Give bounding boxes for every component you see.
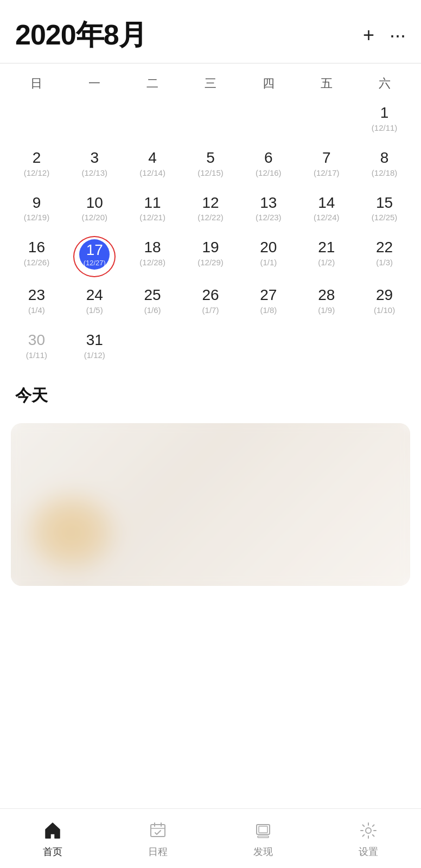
day-number: 24 [86,287,103,304]
day-number: 1 [380,105,389,122]
blurred-content-area [11,423,410,586]
day-lunar: (12/24) [314,213,340,222]
nav-item-home[interactable]: 首页 [0,819,105,858]
day-cell[interactable]: 26 (1/7) [182,279,240,324]
day-cell[interactable]: 18 (12/28) [124,232,182,279]
day-cell[interactable]: 23 (1/4) [8,279,66,324]
day-empty [355,324,413,369]
day-number: 15 [376,195,393,212]
day-empty [239,97,297,142]
day-number-wrap: 22 (1/3) [376,239,393,267]
day-cell[interactable]: 12 (12/22) [182,187,240,232]
day-cell[interactable]: 5 (12/15) [182,142,240,187]
day-number: 8 [380,150,389,167]
day-number: 7 [322,150,331,167]
day-lunar: (12/21) [139,213,165,222]
day-lunar: (12/18) [372,168,398,177]
day-cell[interactable]: 9 (12/19) [8,187,66,232]
day-number-wrap: 14 (12/24) [314,195,340,222]
day-lunar: (1/9) [318,305,335,315]
home-icon [41,819,64,842]
day-lunar: (1/2) [318,258,335,267]
calendar-grid: 1 (12/11) 2 (12/12) 3 (12/13) 4 (12/14) [0,97,421,369]
day-cell[interactable]: 15 (12/25) [355,187,413,232]
day-cell[interactable]: 1 (12/11) [355,97,413,142]
svg-rect-3 [259,826,267,833]
day-cell[interactable]: 19 (12/29) [182,232,240,279]
day-number-wrap: 24 (1/5) [86,287,103,315]
day-number: 23 [28,287,45,304]
nav-item-settings[interactable]: 设置 [316,819,421,858]
nav-item-discover[interactable]: 发现 [210,819,316,858]
day-empty [297,97,355,142]
day-empty [239,324,297,369]
day-cell[interactable]: 20 (1/1) [239,232,297,279]
day-cell[interactable]: 13 (12/23) [239,187,297,232]
day-cell[interactable]: 22 (1/3) [355,232,413,279]
day-lunar: (12/27) [84,259,106,267]
day-number-wrap: 25 (1/6) [144,287,161,315]
decorative-blob [27,494,114,570]
svg-point-4 [366,828,371,833]
day-lunar: (12/28) [139,258,165,267]
day-cell[interactable]: 28 (1/9) [297,279,355,324]
day-cell[interactable]: 29 (1/10) [355,279,413,324]
day-cell[interactable]: 27 (1/8) [239,279,297,324]
weekday-wed: 三 [182,72,240,95]
day-cell[interactable]: 7 (12/17) [297,142,355,187]
day-cell[interactable]: 25 (1/6) [124,279,182,324]
day-lunar: (12/23) [256,213,282,222]
weekday-sun: 日 [8,72,66,95]
day-number-wrap: 26 (1/7) [202,287,219,315]
nav-label-schedule: 日程 [148,845,168,858]
day-lunar: (1/11) [26,350,47,360]
day-cell[interactable]: 8 (12/18) [355,142,413,187]
day-lunar: (12/25) [372,213,398,222]
day-number-wrap: 8 (12/18) [372,150,398,177]
svg-rect-0 [151,825,165,837]
day-number-wrap: 19 (12/29) [197,239,224,267]
day-cell[interactable]: 4 (12/14) [124,142,182,187]
day-empty [182,324,240,369]
day-number-wrap: 11 (12/21) [139,195,165,222]
day-lunar: (1/7) [202,305,219,315]
day-number: 10 [86,195,103,212]
day-lunar: (12/14) [139,168,165,177]
day-number: 11 [144,195,161,212]
day-empty [66,97,124,142]
more-button[interactable]: ··· [390,24,406,47]
day-cell[interactable]: 30 (1/11) [8,324,66,369]
day-cell[interactable]: 31 (1/12) [66,324,124,369]
day-cell[interactable]: 11 (12/21) [124,187,182,232]
add-button[interactable]: + [363,24,374,47]
day-cell[interactable]: 2 (12/12) [8,142,66,187]
day-number-wrap: 6 (12/16) [256,150,282,177]
day-cell-selected[interactable]: 17 (12/27) [66,232,124,279]
day-cell[interactable]: 3 (12/13) [66,142,124,187]
day-number: 17 [86,242,103,259]
today-label: 今天 [15,386,48,404]
day-cell[interactable]: 6 (12/16) [239,142,297,187]
discover-icon [252,819,275,842]
day-number-wrap: 7 (12/17) [314,150,340,177]
svg-rect-2 [258,836,269,838]
day-number: 29 [376,287,393,304]
day-cell[interactable]: 24 (1/5) [66,279,124,324]
day-number: 16 [28,239,45,256]
day-lunar: (12/12) [24,168,50,177]
day-lunar: (12/20) [82,213,108,222]
day-lunar: (12/16) [256,168,282,177]
day-empty [124,324,182,369]
day-cell[interactable]: 10 (12/20) [66,187,124,232]
nav-item-schedule[interactable]: 日程 [105,819,210,858]
day-cell[interactable]: 21 (1/2) [297,232,355,279]
day-number-wrap: 9 (12/19) [24,195,50,222]
day-number: 19 [202,239,219,256]
day-number: 2 [33,150,41,167]
header-divider [0,63,421,63]
day-cell[interactable]: 14 (12/24) [297,187,355,232]
day-number-wrap: 28 (1/9) [318,287,335,315]
day-lunar: (1/3) [376,258,393,267]
day-cell[interactable]: 16 (12/26) [8,232,66,279]
weekday-sat: 六 [355,72,413,95]
